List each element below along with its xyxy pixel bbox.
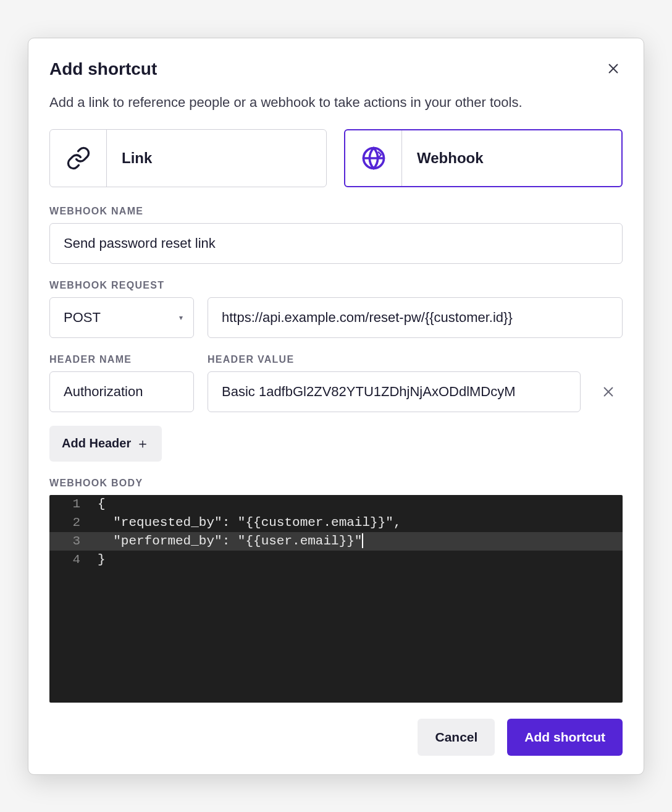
shortcut-type-tabs: Link Webhook [49,129,623,187]
webhook-icon-cell [345,130,402,186]
webhook-body-label: WEBHOOK BODY [49,478,623,489]
modal-footer: Cancel Add shortcut [49,719,623,756]
header-value-input[interactable] [208,371,581,412]
webhook-name-label: WEBHOOK NAME [49,206,623,217]
webhook-name-section: WEBHOOK NAME [49,206,623,264]
link-icon [66,146,91,171]
header-name-label: HEADER NAME [49,354,194,365]
code-line-active: 3 "performed_by": "{{user.email}}" [49,532,623,551]
add-header-button[interactable]: Add Header ＋ [49,426,162,462]
headers-section: HEADER NAME HEADER VALUE Add Header ＋ [49,354,623,462]
method-select[interactable]: POST [49,297,194,338]
header-value-label: HEADER VALUE [208,354,581,365]
code-text: "requested_by": "{{customer.email}}", [90,514,623,532]
header-name-input[interactable] [49,371,194,412]
header-name-col: HEADER NAME [49,354,194,412]
close-icon [607,62,620,75]
tab-webhook-label: Webhook [402,150,621,167]
remove-header-button[interactable] [594,371,623,412]
modal-header: Add shortcut [49,59,623,80]
line-number: 1 [49,495,90,514]
tab-link-label: Link [107,150,326,167]
webhook-request-section: WEBHOOK REQUEST POST ▾ [49,280,623,338]
webhook-request-label: WEBHOOK REQUEST [49,280,623,291]
globe-webhook-icon [360,145,387,172]
code-line: 4 } [49,551,623,569]
close-button[interactable] [604,59,623,80]
header-value-col: HEADER VALUE [208,354,581,412]
text-cursor [362,533,363,548]
line-number: 2 [49,514,90,532]
tab-link[interactable]: Link [49,129,327,187]
add-header-label: Add Header [62,436,131,450]
webhook-body-section: WEBHOOK BODY 1 { 2 "requested_by": "{{cu… [49,478,623,703]
cancel-button[interactable]: Cancel [418,719,495,756]
modal-title: Add shortcut [49,59,157,79]
link-icon-cell [50,130,107,187]
add-shortcut-modal: Add shortcut Add a link to reference peo… [28,38,644,775]
header-row: HEADER NAME HEADER VALUE [49,354,623,412]
plus-icon: ＋ [136,434,149,453]
webhook-name-input[interactable] [49,223,623,264]
line-number: 3 [49,532,90,551]
webhook-url-input[interactable] [208,297,623,338]
webhook-request-row: POST ▾ [49,297,623,338]
webhook-body-editor[interactable]: 1 { 2 "requested_by": "{{customer.email}… [49,495,623,703]
code-text: "performed_by": "{{user.email}}" [90,532,623,551]
add-shortcut-button[interactable]: Add shortcut [507,719,623,756]
tab-webhook[interactable]: Webhook [344,129,623,187]
code-line: 2 "requested_by": "{{customer.email}}", [49,514,623,532]
code-text: } [90,551,623,569]
line-number: 4 [49,551,90,569]
modal-subtitle: Add a link to reference people or a webh… [49,95,623,111]
method-select-wrap: POST ▾ [49,297,194,338]
code-text: { [90,495,623,514]
code-line: 1 { [49,495,623,514]
close-icon [602,385,615,399]
